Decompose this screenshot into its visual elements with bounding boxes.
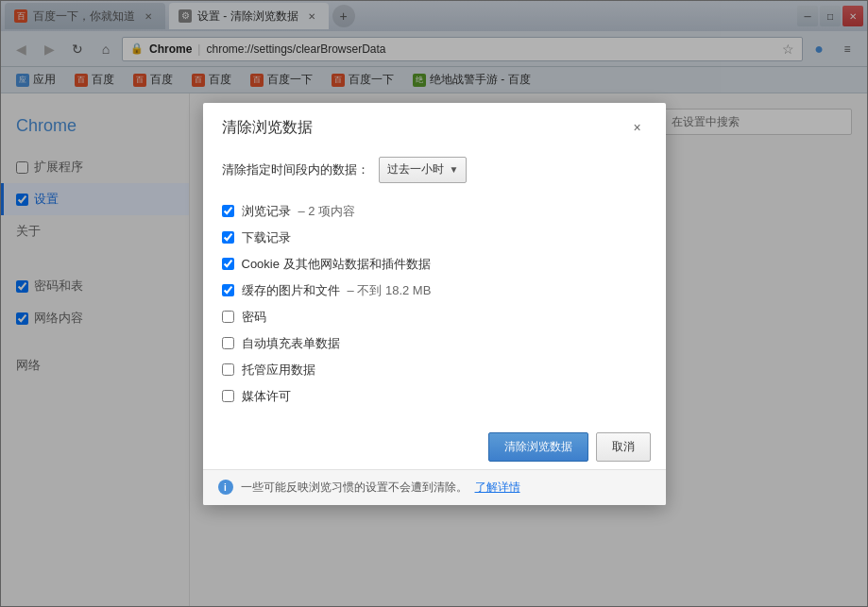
settings-main: 设置 浏览记录 下载记录 密码和表单数据 清除浏览数据 × (190, 93, 867, 606)
time-range-row: 清除指定时间段内的数据： 过去一小时 ▼ (222, 157, 647, 183)
clear-data-button[interactable]: 清除浏览数据 (488, 432, 588, 462)
clear-browsing-data-dialog: 清除浏览数据 × 清除指定时间段内的数据： 过去一小时 ▼ (203, 103, 666, 505)
checkbox-row-6: 托管应用数据 (222, 357, 647, 383)
time-range-label: 清除指定时间段内的数据： (222, 161, 369, 178)
time-range-arrow-icon: ▼ (450, 164, 459, 175)
dialog-body: 清除指定时间段内的数据： 过去一小时 ▼ 浏览记录 – 2 项内容下载记录Coo… (203, 149, 666, 425)
checkbox-label-3: 缓存的图片和文件 (242, 282, 340, 299)
dialog-title: 清除浏览数据 (222, 118, 313, 138)
checkbox-label-5: 自动填充表单数据 (242, 335, 340, 352)
checkbox-sub-3: – 不到 18.2 MB (348, 282, 432, 299)
checkbox-row-1: 下载记录 (222, 225, 647, 251)
checkbox-list: 浏览记录 – 2 项内容下载记录Cookie 及其他网站数据和插件数据缓存的图片… (222, 198, 647, 410)
checkbox-row-0: 浏览记录 – 2 项内容 (222, 198, 647, 225)
info-learn-more-link[interactable]: 了解详情 (475, 480, 520, 496)
checkbox-7[interactable] (222, 390, 234, 402)
checkbox-row-3: 缓存的图片和文件 – 不到 18.2 MB (222, 278, 647, 304)
info-text: 一些可能反映浏览习惯的设置不会遭到清除。 (241, 480, 468, 496)
browser-window: 百 百度一下，你就知道 ✕ ⚙ 设置 - 清除浏览数据 ✕ + ─ □ ✕ ◀ … (0, 0, 868, 607)
checkbox-0[interactable] (222, 205, 234, 217)
checkbox-2[interactable] (222, 258, 234, 270)
dialog-close-button[interactable]: × (628, 118, 647, 137)
content-area: Chrome 扩展程序 设置 关于 密码和表 网络内容 (1, 93, 867, 606)
dialog-footer: 清除浏览数据 取消 i 一些可能反映浏览习惯的设置不会遭到清除。 了解详情 (203, 425, 666, 505)
checkbox-row-4: 密码 (222, 304, 647, 330)
checkbox-6[interactable] (222, 363, 234, 376)
checkbox-row-2: Cookie 及其他网站数据和插件数据 (222, 251, 647, 278)
checkbox-label-1: 下载记录 (242, 229, 291, 246)
time-range-value: 过去一小时 (387, 161, 444, 177)
checkbox-4[interactable] (222, 311, 234, 323)
cancel-button[interactable]: 取消 (596, 432, 651, 462)
dialog-overlay: 清除浏览数据 × 清除指定时间段内的数据： 过去一小时 ▼ (190, 93, 867, 606)
checkbox-label-7: 媒体许可 (242, 388, 291, 405)
dialog-actions: 清除浏览数据 取消 (203, 425, 666, 469)
checkbox-row-7: 媒体许可 (222, 383, 647, 410)
checkbox-label-2: Cookie 及其他网站数据和插件数据 (242, 256, 431, 273)
checkbox-label-0: 浏览记录 (242, 203, 291, 220)
checkbox-row-5: 自动填充表单数据 (222, 330, 647, 357)
info-row: i 一些可能反映浏览习惯的设置不会遭到清除。 了解详情 (203, 469, 666, 505)
checkbox-3[interactable] (222, 284, 234, 296)
checkbox-label-6: 托管应用数据 (242, 362, 315, 379)
time-range-select[interactable]: 过去一小时 ▼ (379, 157, 468, 183)
checkbox-1[interactable] (222, 231, 234, 244)
checkbox-sub-0: – 2 项内容 (298, 203, 356, 220)
checkbox-label-4: 密码 (242, 309, 266, 326)
dialog-title-bar: 清除浏览数据 × (203, 103, 666, 149)
checkbox-5[interactable] (222, 337, 234, 349)
info-icon: i (218, 480, 233, 495)
